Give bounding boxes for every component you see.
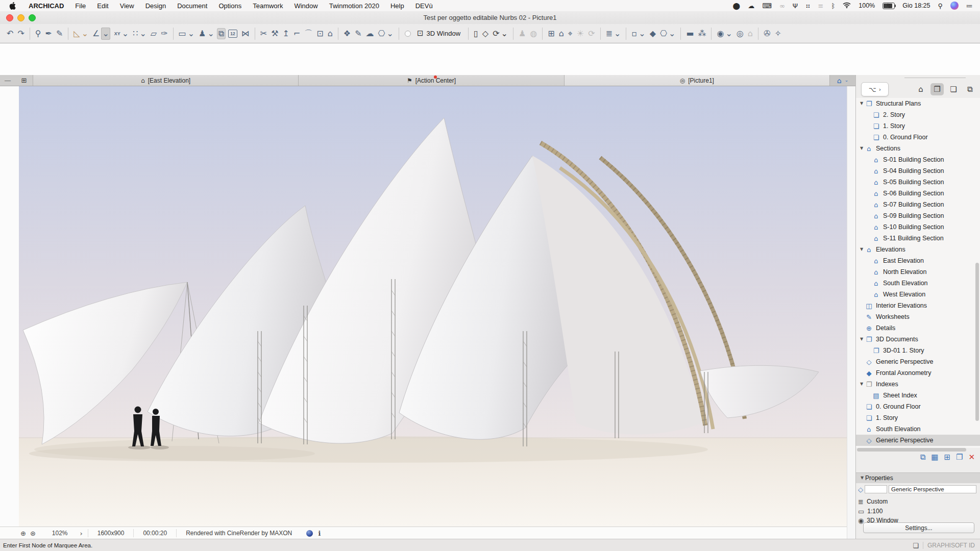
tree-item-west-elevation[interactable]: ⌂West Elevation [856,289,980,300]
tree-item-generic-perspective[interactable]: ◇Generic Perspective [856,435,980,446]
expander-triangle-icon[interactable]: ▼ [859,247,865,252]
menu-item-twinmotion-2020[interactable]: Twinmotion 2020 [324,0,385,11]
creative-cloud-icon[interactable]: ∞ [779,3,785,9]
graphisoft-id-area[interactable]: ❏ GRAPHISOFT ID [913,542,975,549]
app-grid-icon[interactable]: ⠶ [805,3,811,9]
siri-icon[interactable] [950,2,959,10]
toolbar-transfer-settings-button[interactable]: ⧉ [217,28,226,39]
tree-item-s-11-building-section[interactable]: ⌂S-11 Building Section [856,233,980,244]
tree-item-sections[interactable]: ▼⌂Sections [856,143,980,154]
expander-triangle-icon[interactable]: ▼ [859,146,865,151]
menu-item-document[interactable]: Document [172,0,213,11]
tree-item-interior-elevations[interactable]: ◫Interior Elevations [856,300,980,311]
eq-bars-icon[interactable]: ≡ [818,3,824,9]
toolbar-snapshot-camera-button[interactable]: ◉⌄ [715,28,733,39]
tree-item-s-06-building-section[interactable]: ⌂S-06 Building Section [856,188,980,199]
tab-picture1[interactable]: ◎[Picture1] [565,75,830,86]
menu-item-options[interactable]: Options [213,0,247,11]
panel-drag-handle[interactable] [904,78,966,78]
tree-item-2-story[interactable]: ❏2. Story [856,109,980,120]
settings-button[interactable]: Settings... [863,522,974,533]
tree-item-south-elevation[interactable]: ⌂South Elevation [856,423,980,435]
tree-item-frontal-axonometry[interactable]: ◆Frontal Axonometry [856,367,980,379]
tree-item-s-01-building-section[interactable]: ⌂S-01 Building Section [856,154,980,165]
toolbar-perspective-projection-button[interactable]: ◇ [481,28,490,39]
tree-item-sheet-index[interactable]: ▤Sheet Index [856,390,980,401]
tree-item-s-04-building-section[interactable]: ⌂S-04 Building Section [856,165,980,177]
tab-action-center[interactable]: ⚑[Action Center] [299,75,564,86]
collapse-tab-bar-button[interactable]: — [0,75,15,86]
window-type-button[interactable]: ⊡3D Window [413,28,464,39]
tree-item-south-elevation[interactable]: ⌂South Elevation [856,278,980,289]
toolbar-guide-method-button[interactable]: ◺⌄ [72,28,90,39]
toolbar-cutting-planes-button[interactable]: ⌂ [557,28,566,39]
zoom-menu-chevron[interactable]: › [80,530,83,537]
apple-menu-icon[interactable] [0,2,23,10]
tree-item-s-10-building-section[interactable]: ⌂S-10 Building Section [856,221,980,233]
toolbar-filter-elements-button[interactable]: ⊞ [546,28,556,39]
toolbar-resize-button[interactable]: ⊡ [315,28,325,39]
toolbar-intersect-button[interactable]: ⌐ [292,28,302,39]
toolbar-modify-button[interactable]: ✎ [353,28,363,39]
tree-item-generic-perspective[interactable]: ◇Generic Perspective [856,356,980,367]
view-name-field[interactable]: Generic Perspective [889,485,976,493]
toolbar-roof-tool-button[interactable]: ⌂ [326,28,334,39]
toolbar-dimensions-button[interactable]: 12 [227,28,238,39]
notification-balloon-icon[interactable]: ⬤ [733,3,741,9]
toolbar-undo-button[interactable]: ↶ [5,28,15,39]
tree-item-s-09-building-section[interactable]: ⌂S-09 Building Section [856,210,980,221]
battery-percent[interactable]: 100% [859,2,875,9]
add-image-button[interactable]: ▦ [931,454,938,461]
coordinates-dropdown-chevron[interactable]: ⌄ [122,30,129,38]
toolbar-group-elements-button[interactable]: ❖ [342,28,352,39]
keyboard-icon[interactable]: ⌨ [762,3,772,9]
menu-item-teamwork[interactable]: Teamwork [247,0,288,11]
view-chooser-button[interactable]: ⌂ ⌄ [830,75,855,86]
toolbar-magic-fix-button[interactable]: ✧ [773,28,782,39]
toolbar-graphic-overrides-button[interactable]: ◆ [648,28,657,39]
control-center-icon[interactable]: ≔ [966,3,973,9]
tree-item-elevations[interactable]: ▼⌂Elevations [856,244,980,255]
tree-item-1-story[interactable]: ❏1. Story [856,120,980,132]
tree-item-0-ground-floor[interactable]: ❏0. Ground Floor [856,401,980,412]
wifi-icon[interactable] [843,2,851,10]
tab-overview-button[interactable]: ⊞ [15,75,33,86]
tab-east-elevation[interactable]: ⌂[East Elevation] [33,75,299,86]
toolbar-orbit-button[interactable]: ⟳⌄ [491,28,509,39]
save-current-view-button[interactable]: ⧉ [920,454,925,461]
tree-item-3d-01-1-story[interactable]: ❐3D-01 1. Story [856,345,980,356]
snap-guides-dropdown-chevron[interactable]: ⌄ [101,28,110,40]
project-map-button[interactable]: ⌂ [914,83,927,95]
bluetooth-icon[interactable]: ᛒ [831,3,835,9]
toolbar-split-button[interactable]: ✂ [259,28,268,39]
tree-vertical-scrollbar[interactable] [975,263,979,421]
menu-item-window[interactable]: Window [288,0,323,11]
zoom-window-button[interactable] [29,14,36,21]
close-window-button[interactable] [6,14,13,21]
toolbar-magic-wand-button[interactable]: ✑ [159,28,169,39]
toolbar-marquee-button[interactable]: ▭⌄ [177,28,197,39]
toolbar-quick-layers-button[interactable]: ≣⌄ [604,28,623,39]
snap-points-dropdown-chevron[interactable]: ⌄ [139,30,146,38]
viewport-scrollbar-gutter[interactable] [847,86,856,539]
toolbar-pick-up-parameters-button[interactable]: ✒ [44,28,54,39]
tree-horizontal-scrollbar[interactable] [857,448,966,452]
fit-in-window-button[interactable]: ⊛ [30,530,36,537]
toolbar-camera-tool-button[interactable]: ⌖ [567,28,574,39]
tree-item-indexes[interactable]: ▼❐Indexes [856,379,980,390]
expander-triangle-icon[interactable]: ▼ [859,382,865,386]
toolbar-select-elements-button[interactable]: ♟⌄ [197,28,216,39]
navigator-popup-button[interactable]: ⌥ › [861,82,889,96]
cloud-sync-icon[interactable]: ☁ [748,3,754,9]
select-elements-dropdown-chevron[interactable]: ⌄ [207,30,214,38]
tree-item-s-07-building-section[interactable]: ⌂S-07 Building Section [856,199,980,210]
expander-triangle-icon[interactable]: ▼ [859,337,865,341]
quick-layers-dropdown-chevron[interactable]: ⌄ [614,30,621,38]
toolbar-fillet-button[interactable]: ⌒ [303,28,314,39]
marquee-dropdown-chevron[interactable]: ⌄ [188,30,194,38]
view-map-button[interactable]: ❐ [930,83,944,95]
menu-item-help[interactable]: Help [385,0,410,11]
tree-item-east-elevation[interactable]: ⌂East Elevation [856,255,980,266]
menu-item-edit[interactable]: Edit [91,0,114,11]
tree-item-s-05-building-section[interactable]: ⌂S-05 Building Section [856,177,980,188]
